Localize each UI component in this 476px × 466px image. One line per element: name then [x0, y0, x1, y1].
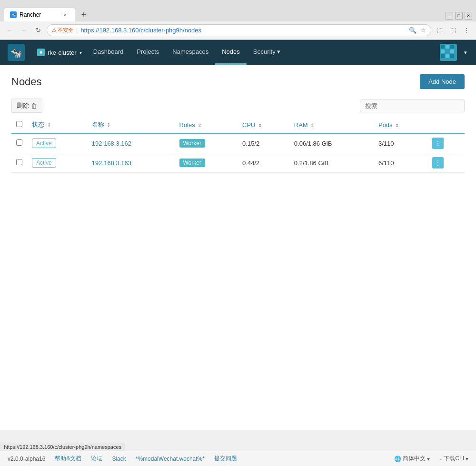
name-cell-2: 192.168.3.163 [87, 153, 175, 173]
tab-bar: 🐄 Rancher × + — □ ✕ [0, 6, 476, 21]
pods-cell-2: 6/110 [374, 153, 427, 173]
col-header-ram[interactable]: RAM ⇕ [289, 117, 374, 133]
minimize-button[interactable]: — [446, 12, 453, 20]
extension-button-2[interactable]: ⬚ [447, 25, 459, 36]
pods-cell-1: 3/110 [374, 133, 427, 153]
table-header: 状态 ⇕ 名称 ⇕ Roles ⇕ CPU ⇕ [11, 117, 465, 133]
delete-icon: 🗑 [31, 102, 37, 109]
cpu-cell-2: 0.44/2 [238, 153, 289, 173]
status-badge-1: Active [32, 139, 56, 148]
add-node-button[interactable]: Add Node [420, 74, 465, 89]
nav-link-dashboard[interactable]: Dashboard [87, 40, 130, 65]
sort-icon-pods: ⇕ [395, 123, 399, 128]
nav-links: Dashboard Projects Namespaces Nodes Secu… [87, 40, 287, 65]
cluster-name: rke-cluster [48, 49, 77, 56]
role-badge-1: Worker [179, 139, 205, 148]
brand-logo[interactable]: 🐄 [8, 44, 25, 61]
row-checkbox-cell-1 [11, 133, 27, 153]
close-button[interactable]: ✕ [465, 12, 472, 20]
bookmark-icon[interactable]: ☆ [420, 27, 426, 34]
svg-rect-5 [450, 45, 454, 49]
table-body: Active 192.168.3.162 Worker 0.15/2 0.06/… [11, 133, 465, 173]
table-row: Active 192.168.3.162 Worker 0.15/2 0.06/… [11, 133, 465, 153]
cluster-dropdown[interactable]: ■ rke-cluster ▾ [32, 46, 87, 59]
row-checkbox-2[interactable] [16, 159, 22, 165]
url-text[interactable]: https://192.168.3.160/c/cluster-phg9h/no… [80, 27, 406, 34]
node-link-1[interactable]: 192.168.3.162 [92, 140, 131, 147]
status-cell-2: Active [27, 153, 87, 173]
pods-header-label: Pods [378, 121, 393, 129]
forward-button[interactable]: → [18, 25, 30, 36]
col-header-roles[interactable]: Roles ⇕ [175, 117, 238, 133]
warning-icon: ⚠ [52, 27, 57, 33]
app-wrapper: 🐄 ■ rke-cluster ▾ Dashboard Projects Nam… [0, 40, 476, 430]
extension-button-1[interactable]: ⬚ [434, 25, 446, 36]
nav-link-projects[interactable]: Projects [130, 40, 166, 65]
url-bar[interactable]: ⚠ 不安全 | https://192.168.3.160/c/cluster-… [47, 24, 431, 36]
col-header-cpu[interactable]: CPU ⇕ [238, 117, 289, 133]
sort-icon-name: ⇕ [107, 122, 110, 128]
svg-rect-9 [441, 54, 445, 58]
title-bar [0, 0, 476, 6]
maximize-button[interactable]: □ [455, 12, 463, 20]
nav-link-namespaces[interactable]: Namespaces [166, 40, 215, 65]
node-link-2[interactable]: 192.168.3.163 [92, 159, 131, 167]
security-chevron: ▾ [277, 48, 280, 55]
role-cell-1: Worker [175, 133, 238, 153]
rancher-logo-svg: 🐄 [9, 45, 24, 60]
nodes-table: 状态 ⇕ 名称 ⇕ Roles ⇕ CPU ⇕ [11, 117, 465, 173]
tab-favicon: 🐄 [10, 11, 17, 18]
cluster-icon: ■ [37, 49, 45, 56]
search-icon: 🔍 [409, 27, 416, 34]
status-cell-1: Active [27, 133, 87, 153]
ram-header-label: RAM [294, 121, 308, 129]
col-header-actions [427, 117, 465, 133]
back-button[interactable]: ← [4, 25, 15, 36]
browser-tab[interactable]: 🐄 Rancher × [4, 8, 75, 21]
svg-rect-8 [450, 50, 454, 53]
select-all-checkbox[interactable] [16, 121, 22, 127]
new-tab-button[interactable]: + [77, 8, 90, 21]
row-checkbox-1[interactable] [16, 139, 22, 146]
nav-link-nodes[interactable]: Nodes [215, 40, 247, 65]
delete-label: 删除 [17, 101, 29, 110]
avatar-image [440, 44, 457, 61]
user-menu-chevron[interactable]: ▾ [459, 44, 472, 61]
nav-link-security[interactable]: Security ▾ [247, 40, 287, 65]
tab-title: Rancher [20, 11, 41, 18]
tab-close-button[interactable]: × [61, 11, 69, 19]
more-options-button[interactable]: ⋮ [461, 25, 472, 36]
svg-rect-11 [450, 54, 454, 58]
url-separator: | [76, 27, 78, 34]
select-all-header [11, 117, 27, 133]
url-icons: 🔍 ☆ [409, 27, 426, 34]
col-header-pods[interactable]: Pods ⇕ [374, 117, 427, 133]
status-badge-2: Active [32, 158, 56, 168]
row-actions-button-2[interactable]: ⋮ [432, 157, 444, 169]
svg-rect-3 [441, 45, 445, 49]
user-avatar[interactable] [440, 44, 457, 61]
delete-button[interactable]: 删除 🗑 [11, 99, 42, 113]
col-header-status[interactable]: 状态 ⇕ [27, 117, 87, 133]
reload-button[interactable]: ↻ [32, 25, 44, 36]
roles-header-label: Roles [179, 121, 195, 129]
browser-actions: ⬚ ⬚ ⋮ [434, 25, 472, 36]
sort-icon-roles: ⇕ [198, 123, 201, 128]
sort-icon-cpu: ⇕ [258, 123, 262, 128]
svg-rect-4 [446, 45, 449, 49]
name-header-label: 名称 [92, 121, 104, 128]
svg-rect-7 [446, 50, 449, 53]
cluster-chevron: ▾ [79, 50, 82, 55]
sort-icon-status: ⇕ [47, 122, 51, 128]
row-actions-button-1[interactable]: ⋮ [432, 138, 444, 149]
brand-area: 🐄 [0, 44, 32, 61]
header-row: 状态 ⇕ 名称 ⇕ Roles ⇕ CPU ⇕ [11, 117, 465, 133]
search-input[interactable] [360, 99, 465, 112]
svg-text:🐄: 🐄 [10, 47, 22, 59]
warning-text: 不安全 [58, 27, 73, 34]
cpu-header-label: CPU [242, 121, 255, 129]
browser-chrome: 🐄 Rancher × + — □ ✕ ← → ↻ ⚠ 不安全 | https:… [0, 0, 476, 40]
col-header-name[interactable]: 名称 ⇕ [87, 117, 175, 133]
svg-rect-6 [441, 50, 445, 53]
table-row: Active 192.168.3.163 Worker 0.44/2 0.2/1… [11, 153, 465, 173]
